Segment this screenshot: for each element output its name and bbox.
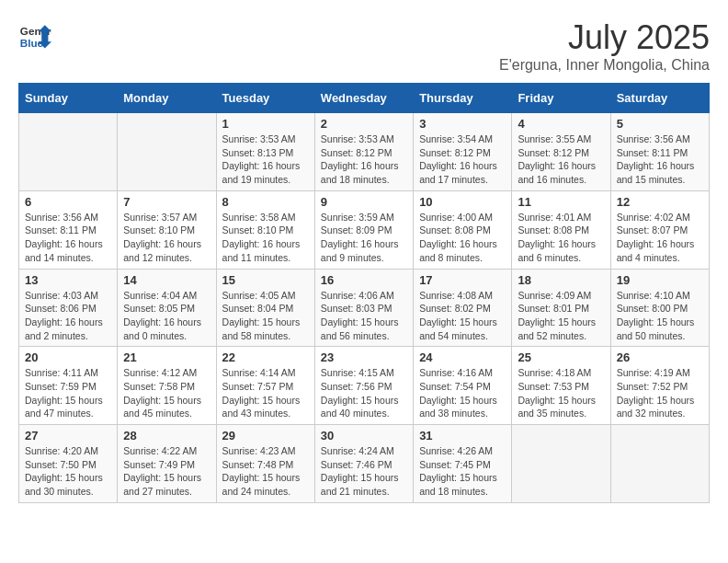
day-info: Sunrise: 3:59 AM Sunset: 8:09 PM Dayligh… xyxy=(321,211,407,265)
day-info: Sunrise: 4:00 AM Sunset: 8:08 PM Dayligh… xyxy=(419,211,506,265)
day-info: Sunrise: 4:02 AM Sunset: 8:07 PM Dayligh… xyxy=(617,211,703,265)
title-area: July 2025 E'erguna, Inner Mongolia, Chin… xyxy=(499,18,710,74)
day-number: 18 xyxy=(518,273,604,287)
day-number: 11 xyxy=(518,195,604,209)
header-cell-friday: Friday xyxy=(512,84,610,113)
day-info: Sunrise: 4:20 AM Sunset: 7:50 PM Dayligh… xyxy=(25,444,111,499)
day-info: Sunrise: 4:24 AM Sunset: 7:46 PM Dayligh… xyxy=(321,444,407,499)
calendar-table: SundayMondayTuesdayWednesdayThursdayFrid… xyxy=(18,83,710,503)
calendar-cell: 14Sunrise: 4:04 AM Sunset: 8:05 PM Dayli… xyxy=(118,269,216,347)
day-info: Sunrise: 4:08 AM Sunset: 8:02 PM Dayligh… xyxy=(419,289,506,343)
header-cell-sunday: Sunday xyxy=(19,84,118,113)
day-number: 23 xyxy=(321,350,407,364)
calendar-cell: 31Sunrise: 4:26 AM Sunset: 7:45 PM Dayli… xyxy=(414,425,512,503)
day-number: 6 xyxy=(25,195,111,209)
page-header: General Blue July 2025 E'erguna, Inner M… xyxy=(18,18,710,74)
day-number: 10 xyxy=(419,195,506,209)
calendar-cell: 21Sunrise: 4:12 AM Sunset: 7:58 PM Dayli… xyxy=(118,347,216,425)
day-info: Sunrise: 4:26 AM Sunset: 7:45 PM Dayligh… xyxy=(419,444,506,499)
calendar-cell: 30Sunrise: 4:24 AM Sunset: 7:46 PM Dayli… xyxy=(314,425,413,503)
day-info: Sunrise: 4:19 AM Sunset: 7:52 PM Dayligh… xyxy=(617,366,703,420)
day-number: 15 xyxy=(222,273,309,287)
day-number: 2 xyxy=(321,117,407,131)
calendar-cell: 24Sunrise: 4:16 AM Sunset: 7:54 PM Dayli… xyxy=(414,347,512,425)
header-cell-tuesday: Tuesday xyxy=(216,84,314,113)
day-info: Sunrise: 4:06 AM Sunset: 8:03 PM Dayligh… xyxy=(321,289,407,343)
day-number: 30 xyxy=(321,429,407,442)
calendar-cell: 16Sunrise: 4:06 AM Sunset: 8:03 PM Dayli… xyxy=(314,269,413,347)
day-info: Sunrise: 4:04 AM Sunset: 8:05 PM Dayligh… xyxy=(123,289,210,343)
calendar-cell: 8Sunrise: 3:58 AM Sunset: 8:10 PM Daylig… xyxy=(216,190,314,269)
calendar-cell: 3Sunrise: 3:54 AM Sunset: 8:12 PM Daylig… xyxy=(414,113,512,191)
day-number: 3 xyxy=(419,117,506,131)
day-number: 16 xyxy=(321,273,407,287)
calendar-week-4: 20Sunrise: 4:11 AM Sunset: 7:59 PM Dayli… xyxy=(19,347,710,425)
day-info: Sunrise: 4:16 AM Sunset: 7:54 PM Dayligh… xyxy=(419,366,506,420)
day-info: Sunrise: 4:05 AM Sunset: 8:04 PM Dayligh… xyxy=(222,289,309,343)
day-number: 21 xyxy=(123,350,210,364)
logo: General Blue xyxy=(18,18,51,52)
day-info: Sunrise: 4:03 AM Sunset: 8:06 PM Dayligh… xyxy=(25,289,111,343)
day-number: 24 xyxy=(419,350,506,364)
location-title: E'erguna, Inner Mongolia, China xyxy=(499,57,710,74)
day-info: Sunrise: 4:18 AM Sunset: 7:53 PM Dayligh… xyxy=(518,366,604,420)
day-number: 4 xyxy=(518,117,604,131)
day-info: Sunrise: 4:10 AM Sunset: 8:00 PM Dayligh… xyxy=(617,289,703,343)
day-number: 1 xyxy=(222,117,309,131)
day-info: Sunrise: 4:09 AM Sunset: 8:01 PM Dayligh… xyxy=(518,289,604,343)
calendar-cell: 15Sunrise: 4:05 AM Sunset: 8:04 PM Dayli… xyxy=(216,269,314,347)
header-cell-saturday: Saturday xyxy=(610,84,709,113)
calendar-week-3: 13Sunrise: 4:03 AM Sunset: 8:06 PM Dayli… xyxy=(19,269,710,347)
day-info: Sunrise: 3:53 AM Sunset: 8:12 PM Dayligh… xyxy=(321,132,407,187)
calendar-cell xyxy=(610,425,709,503)
calendar-cell: 9Sunrise: 3:59 AM Sunset: 8:09 PM Daylig… xyxy=(314,190,413,269)
day-info: Sunrise: 4:01 AM Sunset: 8:08 PM Dayligh… xyxy=(518,211,604,265)
day-number: 28 xyxy=(123,429,210,442)
calendar-cell: 13Sunrise: 4:03 AM Sunset: 8:06 PM Dayli… xyxy=(19,269,118,347)
day-number: 17 xyxy=(419,273,506,287)
day-info: Sunrise: 3:58 AM Sunset: 8:10 PM Dayligh… xyxy=(222,211,309,265)
day-info: Sunrise: 4:11 AM Sunset: 7:59 PM Dayligh… xyxy=(25,366,111,420)
day-info: Sunrise: 3:56 AM Sunset: 8:11 PM Dayligh… xyxy=(617,132,703,187)
header-cell-monday: Monday xyxy=(118,84,216,113)
calendar-cell: 7Sunrise: 3:57 AM Sunset: 8:10 PM Daylig… xyxy=(118,190,216,269)
day-number: 7 xyxy=(123,195,210,209)
calendar-cell: 5Sunrise: 3:56 AM Sunset: 8:11 PM Daylig… xyxy=(610,113,709,191)
header-cell-wednesday: Wednesday xyxy=(314,84,413,113)
day-number: 8 xyxy=(222,195,309,209)
calendar-cell: 10Sunrise: 4:00 AM Sunset: 8:08 PM Dayli… xyxy=(414,190,512,269)
day-number: 13 xyxy=(25,273,111,287)
calendar-cell: 6Sunrise: 3:56 AM Sunset: 8:11 PM Daylig… xyxy=(19,190,118,269)
calendar-week-1: 1Sunrise: 3:53 AM Sunset: 8:13 PM Daylig… xyxy=(19,113,710,191)
calendar-cell: 4Sunrise: 3:55 AM Sunset: 8:12 PM Daylig… xyxy=(512,113,610,191)
calendar-cell: 20Sunrise: 4:11 AM Sunset: 7:59 PM Dayli… xyxy=(19,347,118,425)
calendar-cell xyxy=(19,113,118,191)
calendar-cell: 26Sunrise: 4:19 AM Sunset: 7:52 PM Dayli… xyxy=(610,347,709,425)
calendar-week-5: 27Sunrise: 4:20 AM Sunset: 7:50 PM Dayli… xyxy=(19,425,710,503)
day-info: Sunrise: 4:23 AM Sunset: 7:48 PM Dayligh… xyxy=(222,444,309,499)
day-info: Sunrise: 3:55 AM Sunset: 8:12 PM Dayligh… xyxy=(518,132,604,187)
day-number: 29 xyxy=(222,429,309,442)
calendar-cell: 27Sunrise: 4:20 AM Sunset: 7:50 PM Dayli… xyxy=(19,425,118,503)
calendar-cell: 25Sunrise: 4:18 AM Sunset: 7:53 PM Dayli… xyxy=(512,347,610,425)
day-number: 27 xyxy=(25,429,111,442)
calendar-cell: 28Sunrise: 4:22 AM Sunset: 7:49 PM Dayli… xyxy=(118,425,216,503)
month-title: July 2025 xyxy=(499,18,710,57)
calendar-cell: 29Sunrise: 4:23 AM Sunset: 7:48 PM Dayli… xyxy=(216,425,314,503)
day-info: Sunrise: 4:22 AM Sunset: 7:49 PM Dayligh… xyxy=(123,444,210,499)
calendar-cell: 2Sunrise: 3:53 AM Sunset: 8:12 PM Daylig… xyxy=(314,113,413,191)
day-number: 12 xyxy=(617,195,703,209)
calendar-cell xyxy=(118,113,216,191)
day-info: Sunrise: 3:54 AM Sunset: 8:12 PM Dayligh… xyxy=(419,132,506,187)
day-info: Sunrise: 3:53 AM Sunset: 8:13 PM Dayligh… xyxy=(222,132,309,187)
day-info: Sunrise: 4:15 AM Sunset: 7:56 PM Dayligh… xyxy=(321,366,407,420)
calendar-cell: 22Sunrise: 4:14 AM Sunset: 7:57 PM Dayli… xyxy=(216,347,314,425)
day-number: 31 xyxy=(419,429,506,442)
calendar-cell: 23Sunrise: 4:15 AM Sunset: 7:56 PM Dayli… xyxy=(314,347,413,425)
calendar-cell: 18Sunrise: 4:09 AM Sunset: 8:01 PM Dayli… xyxy=(512,269,610,347)
calendar-cell: 1Sunrise: 3:53 AM Sunset: 8:13 PM Daylig… xyxy=(216,113,314,191)
header-row: SundayMondayTuesdayWednesdayThursdayFrid… xyxy=(19,84,710,113)
calendar-cell: 19Sunrise: 4:10 AM Sunset: 8:00 PM Dayli… xyxy=(610,269,709,347)
day-number: 9 xyxy=(321,195,407,209)
day-info: Sunrise: 3:57 AM Sunset: 8:10 PM Dayligh… xyxy=(123,211,210,265)
